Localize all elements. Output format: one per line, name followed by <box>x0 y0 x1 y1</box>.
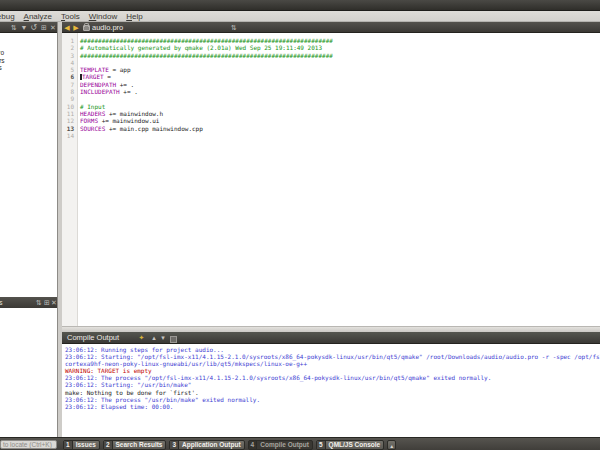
output-pane-button-compile-output[interactable]: 4Compile Output <box>248 440 313 450</box>
sync-icon[interactable]: ↺ <box>29 22 38 33</box>
compile-output-line-8: 23:06:12: The process "/usr/bin/make" ex… <box>65 396 600 403</box>
compile-output-log[interactable]: 23:06:12: Running steps for project audi… <box>62 344 600 437</box>
menubar: DebugAnalyzeToolsWindowHelp <box>0 11 600 22</box>
close-icon[interactable]: ✕ <box>51 297 57 308</box>
pane-label: Search Results <box>113 440 166 450</box>
output-pane-toggle-icon[interactable]: ▴ <box>387 440 396 450</box>
code-token: += . <box>120 88 138 95</box>
status-bar: Type to locate (Ctrl+K) 1Issues2Search R… <box>0 437 600 450</box>
output-pane-button-search-results[interactable]: 2Search Results <box>103 440 167 450</box>
line-number-8[interactable]: 8 <box>62 88 77 95</box>
lock-icon <box>83 25 90 31</box>
output-pane-button-issues[interactable]: 1Issues <box>63 440 100 450</box>
pane-label: QML/JS Console <box>326 440 384 450</box>
code-line-6[interactable]: TARGET = <box>80 73 600 80</box>
compile-output-line-4: WARNING: TARGET is empty <box>65 367 600 374</box>
menu-item-help[interactable]: Help <box>126 12 142 21</box>
next-item-icon[interactable]: ▾ <box>159 332 167 344</box>
line-number-3[interactable]: 3 <box>62 52 77 59</box>
pane-label: Compile Output <box>257 440 312 450</box>
pane-number: 4 <box>249 440 258 450</box>
split-icon[interactable]: ⊞ <box>40 22 48 33</box>
code-token: ########################################… <box>80 37 333 44</box>
open-file-title[interactable]: audio.pro <box>92 22 123 33</box>
clear-output-icon[interactable]: ✦ <box>137 332 146 344</box>
open-documents-title: Open Documents <box>0 297 2 308</box>
code-line-2[interactable]: # Automatically generated by qmake (2.01… <box>80 44 600 51</box>
split-icon[interactable]: ⊞ <box>44 297 50 308</box>
code-editor[interactable]: 1234567891011121314 ####################… <box>62 33 600 326</box>
menu-item-debug[interactable]: Debug <box>0 12 15 21</box>
menu-item-tools[interactable]: Tools <box>61 12 80 21</box>
back-icon[interactable]: ◀ <box>63 22 71 33</box>
projects-tree-panel[interactable]: audio.proHeadersSources <box>0 33 57 437</box>
close-icon[interactable]: ✕ <box>49 22 57 33</box>
menu-item-window[interactable]: Window <box>89 12 117 21</box>
output-pane-button-qml-js-console[interactable]: 5QML/JS Console <box>316 440 384 450</box>
code-line-12[interactable]: FORMS += mainwindow.ui <box>80 117 600 124</box>
code-line-3[interactable]: ########################################… <box>80 52 600 59</box>
document-dropdown-icon[interactable]: ⇅ <box>230 22 238 33</box>
code-area[interactable]: ########################################… <box>80 33 600 326</box>
combo-arrows-icon[interactable]: ⇅ <box>36 297 42 308</box>
code-line-9[interactable] <box>80 95 600 102</box>
compile-output-line-6: 23:06:12: Starting: "/usr/bin/make" <box>65 381 600 388</box>
code-token: SOURCES <box>80 125 105 132</box>
previous-item-icon[interactable]: ▴ <box>150 332 158 344</box>
code-token: # Input <box>80 103 105 110</box>
code-token: = app <box>109 66 131 73</box>
locate-input[interactable]: Type to locate (Ctrl+K) <box>0 440 57 449</box>
code-line-11[interactable]: HEADERS += mainwindow.h <box>80 110 600 117</box>
forward-icon[interactable]: ▶ <box>72 22 80 33</box>
locate-placeholder: Type to locate (Ctrl+K) <box>0 441 52 449</box>
code-token: # Automatically generated by qmake (2.01… <box>80 44 322 51</box>
output-pane-buttons: 1Issues2Search Results3Application Outpu… <box>63 439 396 450</box>
output-pane-button-application-output[interactable]: 3Application Output <box>169 440 244 450</box>
pane-number: 1 <box>64 440 73 450</box>
line-number-13[interactable]: 13 <box>62 125 77 132</box>
desktop-top-panel <box>0 0 600 11</box>
code-line-13[interactable]: SOURCES += main.cpp mainwindow.cpp <box>80 125 600 132</box>
code-token: HEADERS <box>80 110 105 117</box>
projects-pane-combo-icon[interactable]: ⇅ <box>10 22 18 33</box>
code-token: INCLUDEPATH <box>80 88 120 95</box>
line-number-10[interactable]: 10 <box>62 103 77 110</box>
code-line-4[interactable] <box>80 59 600 66</box>
line-number-14[interactable]: 14 <box>62 132 77 139</box>
filter-icon[interactable]: ▼ <box>20 22 28 33</box>
code-line-5[interactable]: TEMPLATE = app <box>80 66 600 73</box>
compile-output-line-5: 23:06:12: The process "/opt/fsl-imx-x11/… <box>65 374 600 381</box>
pane-label: Application Output <box>179 440 244 450</box>
compile-output-line-1: 23:06:12: Running steps for project audi… <box>65 346 600 353</box>
code-token: TARGET <box>82 73 104 80</box>
menu-item-analyze[interactable]: Analyze <box>24 12 52 21</box>
pane-label: Issues <box>73 440 99 450</box>
line-number-9[interactable]: 9 <box>62 95 77 102</box>
pane-number: 2 <box>104 440 113 450</box>
line-number-12[interactable]: 12 <box>62 117 77 124</box>
code-token: TEMPLATE <box>80 66 109 73</box>
line-number-gutter[interactable]: 1234567891011121314 <box>62 33 78 326</box>
code-line-7[interactable]: DEPENDPATH += . <box>80 81 600 88</box>
code-token: = <box>104 73 111 80</box>
compile-output-line-7: make: Nothing to be done for `first'. <box>65 389 600 396</box>
line-number-7[interactable]: 7 <box>62 81 77 88</box>
line-number-4[interactable]: 4 <box>62 59 77 66</box>
line-number-1[interactable]: 1 <box>62 37 77 44</box>
compile-output-line-3: cortexa9hf-neon-poky-linux-gnueabi/usr/l… <box>65 360 600 367</box>
line-number-11[interactable]: 11 <box>62 110 77 117</box>
code-token: += main.cpp mainwindow.cpp <box>105 125 203 132</box>
line-number-2[interactable]: 2 <box>62 44 77 51</box>
sidebar-item-sources[interactable]: Sources <box>0 64 2 72</box>
code-token: += . <box>116 81 134 88</box>
code-token: ########################################… <box>80 52 333 59</box>
code-line-10[interactable]: # Input <box>80 103 600 110</box>
code-line-14[interactable] <box>80 132 600 139</box>
code-line-1[interactable]: ########################################… <box>80 37 600 44</box>
code-line-8[interactable]: INCLUDEPATH += . <box>80 88 600 95</box>
pane-number: 5 <box>317 440 326 450</box>
line-number-6[interactable]: 6 <box>62 73 77 80</box>
maximize-pane-icon[interactable] <box>170 336 177 343</box>
line-number-5[interactable]: 5 <box>62 66 77 73</box>
compile-output-line-9: 23:06:12: Elapsed time: 00:00. <box>65 403 600 410</box>
